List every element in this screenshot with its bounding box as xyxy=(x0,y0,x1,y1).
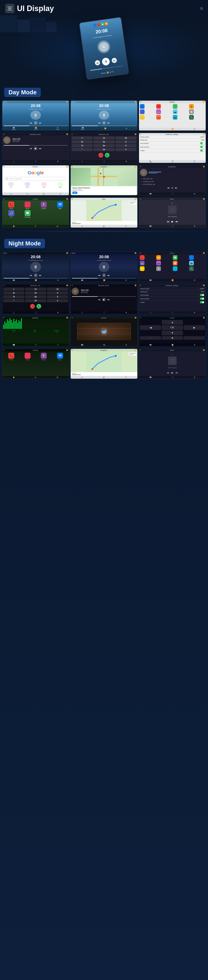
local-next[interactable]: ⏭ xyxy=(175,187,177,189)
cp-music[interactable]: 🎵 Music xyxy=(20,202,35,209)
hero-prev-btn[interactable]: ⏮ xyxy=(95,60,100,65)
numpad-0[interactable]: 0▾ xyxy=(93,148,115,151)
local-file-2[interactable]: 🎵 caw 华乐_311.mp3 xyxy=(140,180,205,183)
go-button[interactable]: GO xyxy=(72,192,77,194)
numpad-5[interactable]: 5▾ xyxy=(93,140,115,143)
app-icon-music[interactable]: 🎵 xyxy=(173,104,177,109)
night-app-radio[interactable]: 📻 xyxy=(140,261,145,266)
auto-connect-toggle[interactable] xyxy=(200,146,204,148)
next-btn-1[interactable]: ⏭ xyxy=(39,122,41,124)
night-call-end[interactable]: 📵 xyxy=(30,304,35,309)
night-prev-1[interactable]: ⏮ xyxy=(30,274,32,277)
numpad-4[interactable]: 4▾ xyxy=(71,140,93,143)
night-setting-power[interactable]: Power xyxy=(140,301,205,304)
eq-bass[interactable]: BASS▲ xyxy=(12,330,16,333)
night-auto-connect-toggle[interactable] xyxy=(200,298,204,300)
nav-icon[interactable]: ≡ xyxy=(200,6,203,11)
bt-play[interactable]: ▶ xyxy=(34,146,38,150)
np-night-prev[interactable]: ⏮ xyxy=(167,371,169,374)
prev-btn-2[interactable]: ⏮ xyxy=(98,122,100,124)
cp-podcast[interactable]: 🎙 Podcast xyxy=(36,202,52,209)
setting-auto-answer[interactable]: Auto answer xyxy=(139,142,206,145)
nav-home[interactable]: 🏠 xyxy=(162,336,183,340)
night-num-7[interactable]: 7▾ xyxy=(3,295,24,298)
night-prev-2[interactable]: ⏮ xyxy=(98,274,100,277)
cp-night-phone[interactable]: 📞 Phone xyxy=(4,353,19,360)
nav-right[interactable]: ▶ xyxy=(184,325,205,330)
app-icon-maps[interactable]: 🗺 xyxy=(156,104,161,109)
np-next[interactable]: ⏭ xyxy=(175,220,178,223)
night-app-media[interactable]: 🎬 xyxy=(189,261,194,266)
google-search-bar[interactable]: 🔍 Search or type URL xyxy=(4,177,67,180)
nav-zoom-out[interactable]: - xyxy=(184,336,205,340)
night-call-answer[interactable]: 📞 xyxy=(36,304,41,309)
night-app-extra4[interactable]: 🔧 xyxy=(189,266,194,271)
cp-night-music[interactable]: 🎵 Music xyxy=(20,353,35,360)
app-icon-wifi[interactable]: 📡 xyxy=(140,115,145,119)
night-num-star[interactable]: * xyxy=(3,299,24,302)
nav-up[interactable]: ▲ xyxy=(162,320,183,325)
menu-button[interactable] xyxy=(5,4,14,13)
night-app-extra1[interactable]: ⭐ xyxy=(140,266,145,271)
play-btn-1[interactable]: ⏸ xyxy=(34,121,38,125)
bookmark-2[interactable]: News xyxy=(20,182,35,188)
call-answer-btn[interactable]: 📞 xyxy=(105,153,110,158)
numpad-9[interactable]: 9 xyxy=(115,144,137,147)
night-bt-prev[interactable]: ⏮ xyxy=(98,298,100,301)
night-setting-answer[interactable]: Auto answer xyxy=(140,293,205,297)
np-prev[interactable]: ⏮ xyxy=(167,220,169,223)
bt-prev[interactable]: ⏮ xyxy=(30,147,32,150)
night-num-9[interactable]: 9 xyxy=(47,295,68,298)
app-icon-radio[interactable]: 📻 xyxy=(156,110,161,114)
numpad-6[interactable]: 6 xyxy=(115,140,137,143)
np-play[interactable]: ▶ xyxy=(172,220,173,223)
play-btn-2[interactable]: ⏸ xyxy=(102,121,106,125)
night-app-extra2[interactable]: ⚙ xyxy=(156,266,161,271)
night-num-2[interactable]: 2▾ xyxy=(25,288,46,291)
nav-down[interactable]: ▼ xyxy=(162,331,183,335)
numpad-2[interactable]: 2▾ xyxy=(93,137,115,140)
local-file-1[interactable]: 🎵 华乐_IFREL.mp3 xyxy=(140,178,205,180)
night-app-camera[interactable]: 📷 xyxy=(156,261,161,266)
night-app-extra3[interactable]: 🌐 xyxy=(173,266,177,271)
night-next-2[interactable]: ⏭ xyxy=(108,274,110,277)
night-play-2[interactable]: ⏸ xyxy=(102,273,106,277)
nav-left[interactable]: ◀ xyxy=(140,325,161,330)
night-num-1[interactable]: 1 xyxy=(3,288,24,291)
bookmark-1[interactable]: Site xyxy=(3,182,19,188)
setting-power[interactable]: Power xyxy=(139,149,206,153)
night-auto-answer-toggle[interactable] xyxy=(200,294,204,296)
numpad-8[interactable]: 8▾ xyxy=(93,144,115,147)
local-play[interactable]: ⏸ xyxy=(171,187,173,189)
auto-answer-toggle[interactable] xyxy=(200,142,204,144)
cp-night-maps[interactable]: 🗺 Maps xyxy=(52,353,68,360)
cp-messages[interactable]: 💬 Messages xyxy=(20,210,35,218)
night-next-1[interactable]: ⏭ xyxy=(39,274,41,277)
cp-phone[interactable]: 📞 Phone xyxy=(4,202,19,209)
night-app-bt[interactable]: 🔵 xyxy=(189,255,194,260)
night-num-3[interactable]: 3▾ xyxy=(47,288,68,291)
np-night-next[interactable]: ⏭ xyxy=(175,371,178,374)
local-prev[interactable]: ⏮ xyxy=(167,187,170,189)
night-power-toggle[interactable] xyxy=(200,301,204,303)
numpad-7[interactable]: 7▾ xyxy=(71,144,93,147)
night-num-6[interactable]: 6 xyxy=(47,291,68,294)
app-icon-car[interactable]: 🚗 xyxy=(156,115,161,119)
eq-mid[interactable]: MID▲ xyxy=(34,330,36,333)
local-file-3[interactable]: 🎵 华乐_31即FREL.mp3 xyxy=(140,183,205,186)
numpad-hash[interactable]: # xyxy=(115,148,137,151)
app-icon-camera[interactable]: 📷 xyxy=(173,110,177,114)
nav-enter[interactable]: OK xyxy=(162,325,183,330)
cp-siri[interactable]: 🔊 Siri xyxy=(4,210,19,218)
prev-btn-1[interactable]: ⏮ xyxy=(30,122,32,124)
numpad-1[interactable]: 1 xyxy=(71,137,93,140)
power-toggle[interactable] xyxy=(200,150,204,151)
bookmark-4[interactable]: Maps xyxy=(53,182,68,188)
bookmark-3[interactable]: Video xyxy=(36,182,52,188)
setting-auto-connect[interactable]: Auto connect xyxy=(139,145,206,149)
night-play-1[interactable]: ⏸ xyxy=(34,273,38,277)
night-bt-next[interactable]: ⏭ xyxy=(108,298,110,301)
hero-next-btn[interactable]: ⏭ xyxy=(112,57,117,63)
app-icon-settings[interactable]: ⚙ xyxy=(189,104,194,109)
numpad-star[interactable]: * xyxy=(71,148,93,151)
